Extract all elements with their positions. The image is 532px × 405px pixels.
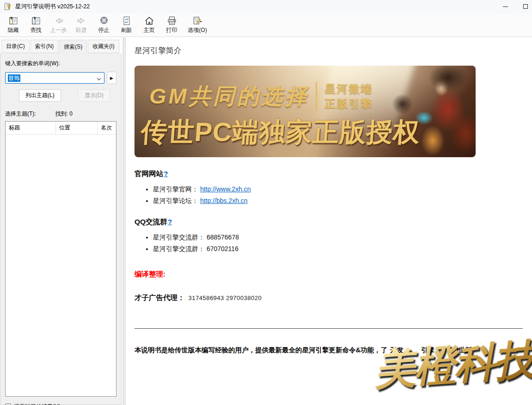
help-book-icon: ? <box>4 3 12 11</box>
search-panel: 键入要搜索的单词(W): 首饰 ▶ 列出主题(L) 显示(D) <box>0 53 122 405</box>
options-icon <box>192 16 202 26</box>
select-topic-row: 选择主题(T): 找到: 0 <box>5 110 116 118</box>
website-item-label: 星河引擎官网： <box>153 185 198 193</box>
agent-label: 才子广告代理： <box>135 294 185 301</box>
column-header-location[interactable]: 位置 <box>55 122 97 134</box>
back-button[interactable]: 上一步 <box>47 14 70 36</box>
results-header: 标题 位置 名次 <box>6 122 116 135</box>
hide-panel-icon <box>8 16 18 26</box>
locate-icon <box>31 16 41 26</box>
qq-item-label: 星河引擎交流群： <box>153 233 205 241</box>
banner-divider-bar <box>316 82 317 110</box>
back-button-label: 上一步 <box>50 26 67 34</box>
pane-splitter[interactable] <box>122 37 126 405</box>
banner-tagline-1: 星河微端 <box>325 83 373 95</box>
search-combo-row: 首饰 ▶ <box>5 72 116 84</box>
select-topic-label: 选择主题(T): <box>5 110 36 118</box>
right-triangle-icon: ▶ <box>110 76 113 80</box>
horizontal-rule <box>135 328 523 329</box>
search-input-label: 键入要搜索的单词(W): <box>5 60 116 68</box>
refresh-button[interactable]: 刷新 <box>115 14 138 36</box>
locate-button[interactable]: 查找 <box>24 14 47 36</box>
refresh-icon <box>122 16 132 26</box>
banner-subheadline: 传世PC端独家正版授权 <box>140 115 421 150</box>
website-forum-link[interactable]: http://bbs.2xh.cn <box>200 197 248 204</box>
forward-arrow-icon <box>76 16 86 26</box>
agent-numbers: 3174586943 2970038020 <box>189 295 262 301</box>
list-topics-button[interactable]: 列出主题(L) <box>19 89 61 102</box>
forward-button-label: 前进 <box>76 26 87 34</box>
tab-favorites[interactable]: 收藏夹(I) <box>88 40 119 53</box>
banner-headline-row: GM共同的选择 星河微端 正版引擎 <box>149 81 373 111</box>
banner-headline: GM共同的选择 <box>149 82 309 111</box>
titlebar: ? 星河引擎说明书 v2025-12-22 <box>0 0 532 13</box>
minimize-icon <box>503 6 508 7</box>
column-header-rank[interactable]: 名次 <box>97 122 116 134</box>
search-input[interactable]: 首饰 <box>5 72 104 84</box>
qq-help-link[interactable]: ? <box>168 218 172 226</box>
locate-button-label: 查找 <box>31 26 42 34</box>
search-expression-button[interactable]: ▶ <box>107 72 116 84</box>
print-button[interactable]: 打印 <box>160 14 183 36</box>
topic-pane: 星河引擎简介 GM共同的选择 星河微端 正版引擎 传世PC端独家正版授权 官网网… <box>126 37 532 405</box>
search-results-list[interactable]: 标题 位置 名次 <box>5 121 116 397</box>
print-button-label: 打印 <box>166 26 177 34</box>
qq-group-number: 670702116 <box>207 245 238 252</box>
watermark-logo: 美橙科技 <box>372 331 532 399</box>
tab-search[interactable]: 搜索(S) <box>59 40 87 54</box>
search-input-selected-text: 首饰 <box>8 74 20 82</box>
stop-button-label: 停止 <box>98 26 110 34</box>
options-button[interactable]: 选项(O) <box>183 14 212 36</box>
minimize-button[interactable] <box>498 0 512 13</box>
qq-list: 星河引擎交流群： 688576678 星河引擎交流群： 670702116 <box>146 233 523 253</box>
previous-results-checkbox[interactable]: 搜索以前的结果(U) <box>5 403 61 405</box>
website-official-link[interactable]: http://www.2xh.cn <box>200 185 251 193</box>
forward-button[interactable]: 前进 <box>70 14 92 36</box>
home-icon <box>144 16 154 26</box>
maximize-button[interactable] <box>519 0 532 13</box>
svg-text:?: ? <box>7 3 11 10</box>
previous-results-label: 搜索以前的结果(U) <box>14 403 61 405</box>
website-list: 星河引擎官网： http://www.2xh.cn 星河引擎论坛： http:/… <box>146 185 523 205</box>
qq-item-label: 星河引擎交流群： <box>153 245 205 252</box>
home-button-label: 主页 <box>144 26 155 34</box>
banner-tagline-2: 正版引擎 <box>325 98 373 110</box>
hide-button[interactable]: 隐藏 <box>2 14 24 36</box>
website-section-heading: 官网网站? <box>135 169 523 179</box>
print-icon <box>167 16 177 26</box>
website-item-label: 星河引擎论坛： <box>153 197 198 204</box>
website-heading-text: 官网网站 <box>135 170 163 178</box>
qq-section-heading: QQ交流群? <box>135 217 523 227</box>
help-viewer-window: ? 星河引擎说明书 v2025-12-22 隐藏 <box>0 0 532 405</box>
refresh-button-label: 刷新 <box>121 26 132 34</box>
toolbar: 隐藏 查找 上一步 <box>0 13 532 37</box>
home-button[interactable]: 主页 <box>138 14 160 36</box>
footer-text: 本说明书是给传世版本编写经验的用户，提供最新最全的星河引擎更新命令&功能，了 <box>135 346 387 354</box>
maximize-icon <box>523 4 528 9</box>
compiled-heading: 编译整理: <box>135 270 523 279</box>
stop-icon <box>99 16 109 26</box>
search-buttons-row: 列出主题(L) 显示(D) <box>19 89 110 102</box>
chevron-down-icon[interactable] <box>96 75 102 81</box>
qq-group-number: 688576678 <box>207 233 239 241</box>
list-item: 星河引擎交流群： 670702116 <box>153 245 523 253</box>
website-help-link[interactable]: ? <box>164 170 168 178</box>
nav-tabs: 目录(C) 索引(N) 搜索(S) 收藏夹(I) <box>0 37 122 53</box>
tab-index[interactable]: 索引(N) <box>31 40 59 53</box>
main-area: 目录(C) 索引(N) 搜索(S) 收藏夹(I) 键入要搜索的单词(W): 首饰 <box>0 37 532 405</box>
found-count: 找到: 0 <box>55 110 73 118</box>
qq-heading-text: QQ交流群 <box>135 218 167 226</box>
page-title: 星河引擎简介 <box>135 45 523 56</box>
agent-line: 才子广告代理：3174586943 2970038020 <box>135 293 523 303</box>
display-button[interactable]: 显示(D) <box>78 89 110 102</box>
options-button-label: 选项(O) <box>188 26 207 34</box>
list-item: 星河引擎官网： http://www.2xh.cn <box>153 185 523 194</box>
list-item: 星河引擎交流群： 688576678 <box>153 233 523 242</box>
tab-contents[interactable]: 目录(C) <box>1 40 30 53</box>
hide-button-label: 隐藏 <box>8 26 19 34</box>
banner-taglines: 星河微端 正版引擎 <box>325 81 373 111</box>
column-header-title[interactable]: 标题 <box>6 122 55 134</box>
back-arrow-icon <box>54 16 64 26</box>
stop-button[interactable]: 停止 <box>92 14 115 36</box>
window-title: 星河引擎说明书 v2025-12-22 <box>15 3 90 11</box>
